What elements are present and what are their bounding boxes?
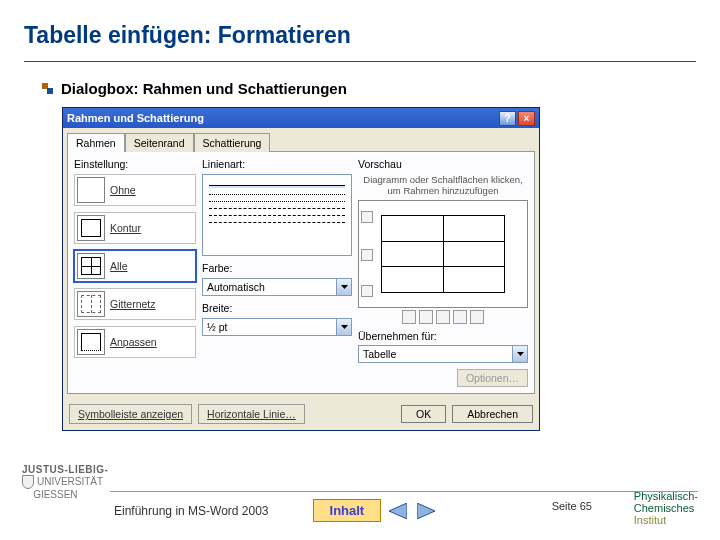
footer-rule xyxy=(110,491,698,492)
close-icon[interactable]: × xyxy=(518,111,535,126)
setting-none-label: Ohne xyxy=(110,184,193,196)
color-combo[interactable]: Automatisch xyxy=(202,278,352,296)
tab-body: Einstellung: Ohne Kontur Alle Gitternetz xyxy=(67,151,535,394)
dialog-title: Rahmen und Schattierung xyxy=(67,112,497,124)
title-rule xyxy=(24,61,696,62)
apply-to-value: Tabelle xyxy=(358,345,513,363)
chevron-down-icon[interactable] xyxy=(337,278,352,296)
line-style-list[interactable] xyxy=(202,174,352,256)
svg-marker-2 xyxy=(517,352,524,356)
tab-borders[interactable]: Rahmen xyxy=(67,133,125,152)
page-number: Seite 65 xyxy=(552,500,592,512)
width-combo[interactable]: ½ pt xyxy=(202,318,352,336)
dialog-tabs: Rahmen Seitenrand Schattierung xyxy=(63,128,539,151)
svg-marker-1 xyxy=(341,325,348,329)
university-brand: JUSTUS-LIEBIG- UNIVERSITÄT GIESSEN xyxy=(22,464,108,500)
bullet-icon xyxy=(42,83,53,94)
cancel-button[interactable]: Abbrechen xyxy=(452,405,533,423)
setting-custom-label: Anpassen xyxy=(110,336,193,348)
setting-all[interactable]: Alle xyxy=(74,250,196,282)
box-icon xyxy=(77,215,105,241)
width-label: Breite: xyxy=(202,302,352,314)
none-icon xyxy=(77,177,105,203)
setting-box[interactable]: Kontur xyxy=(74,212,196,244)
horizontal-line-button[interactable]: Horizontale Linie… xyxy=(198,404,305,424)
crest-icon xyxy=(22,475,34,489)
setting-all-label: Alle xyxy=(110,260,193,272)
show-toolbar-button[interactable]: Symbolleiste anzeigen xyxy=(69,404,192,424)
institute-brand: Physikalisch- Chemisches Institut xyxy=(634,490,698,526)
preview-bottom-toggles[interactable] xyxy=(358,310,528,324)
setting-grid[interactable]: Gitternetz xyxy=(74,288,196,320)
preview-label: Vorschau xyxy=(358,158,528,170)
grid-icon xyxy=(77,291,105,317)
tab-shading[interactable]: Schattierung xyxy=(194,133,271,152)
chevron-down-icon[interactable] xyxy=(513,345,528,363)
next-arrow-icon[interactable] xyxy=(415,501,437,521)
settings-label: Einstellung: xyxy=(74,158,196,170)
bullet-text: Dialogbox: Rahmen und Schattierungen xyxy=(61,80,347,97)
chevron-down-icon[interactable] xyxy=(337,318,352,336)
help-icon[interactable]: ? xyxy=(499,111,516,126)
apply-to-combo[interactable]: Tabelle xyxy=(358,345,528,363)
options-button: Optionen… xyxy=(457,369,528,387)
dialog-bottom-bar: Symbolleiste anzeigen Horizontale Linie…… xyxy=(63,400,539,430)
width-value: ½ pt xyxy=(202,318,337,336)
setting-custom[interactable]: Anpassen xyxy=(74,326,196,358)
dialog-titlebar[interactable]: Rahmen und Schattierung ? × xyxy=(63,108,539,128)
setting-grid-label: Gitternetz xyxy=(110,298,193,310)
linestyle-label: Linienart: xyxy=(202,158,352,170)
borders-shading-dialog: Rahmen und Schattierung ? × Rahmen Seite… xyxy=(62,107,540,431)
ok-button[interactable]: OK xyxy=(401,405,446,423)
custom-icon xyxy=(77,329,105,355)
preview-left-toggles[interactable] xyxy=(361,203,375,305)
all-icon xyxy=(77,253,105,279)
apply-to-label: Übernehmen für: xyxy=(358,330,528,342)
svg-marker-3 xyxy=(389,503,407,519)
slide-title: Tabelle einfügen: Formatieren xyxy=(24,22,696,49)
tab-page-border[interactable]: Seitenrand xyxy=(125,133,194,152)
color-value: Automatisch xyxy=(202,278,337,296)
preview-diagram[interactable] xyxy=(358,200,528,308)
svg-marker-4 xyxy=(417,503,435,519)
svg-marker-0 xyxy=(341,285,348,289)
preview-grid xyxy=(381,215,505,293)
setting-box-label: Kontur xyxy=(110,222,193,234)
contents-button[interactable]: Inhalt xyxy=(313,499,382,522)
prev-arrow-icon[interactable] xyxy=(387,501,409,521)
color-label: Farbe: xyxy=(202,262,352,274)
setting-none[interactable]: Ohne xyxy=(74,174,196,206)
preview-note: Diagramm oder Schaltflächen klicken, um … xyxy=(358,174,528,196)
course-title: Einführung in MS-Word 2003 xyxy=(114,504,269,518)
